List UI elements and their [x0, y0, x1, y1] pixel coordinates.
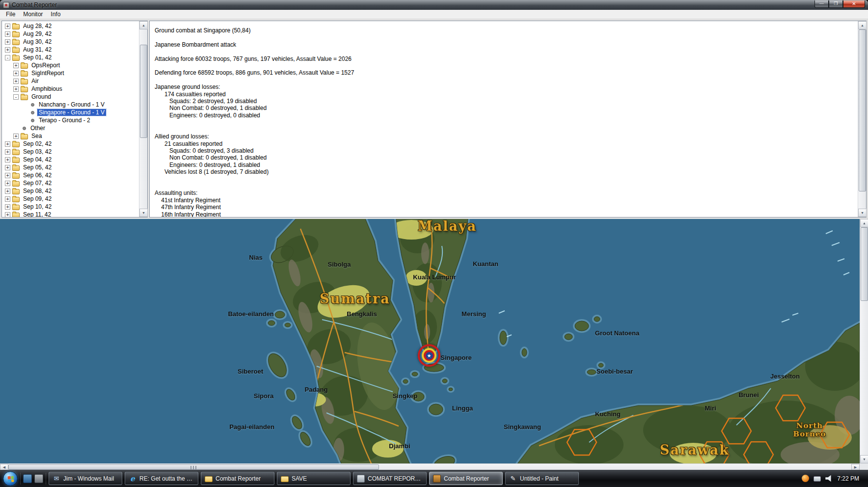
taskbar-button[interactable]: Combat Reporter: [201, 472, 274, 485]
expand-icon[interactable]: +: [5, 24, 10, 29]
map-pane[interactable]: MalayaSumatraSarawakNorthBorneoNiasSibol…: [0, 219, 868, 470]
expand-icon[interactable]: +: [5, 39, 10, 45]
expand-icon[interactable]: +: [5, 189, 10, 194]
scroll-up-icon[interactable]: ▲: [860, 219, 868, 227]
tree-item-label[interactable]: Sep 09, 42: [22, 195, 53, 202]
tree-item-label[interactable]: Singapore - Ground - 1 V: [37, 109, 106, 116]
expand-icon[interactable]: +: [5, 173, 10, 178]
tree-item[interactable]: +Sep 04, 42: [2, 156, 139, 163]
tree-item[interactable]: +Aug 31, 42: [2, 46, 139, 54]
expand-icon[interactable]: +: [13, 79, 19, 84]
tree-item[interactable]: -Sep 01, 42: [2, 54, 139, 61]
report-scrollbar[interactable]: ▲ ▼: [858, 21, 866, 217]
tree-item-label[interactable]: Sep 01, 42: [22, 54, 53, 61]
expand-icon[interactable]: +: [5, 149, 10, 155]
quick-launch-icon[interactable]: [23, 474, 32, 483]
scrollbar-thumb[interactable]: [859, 29, 866, 191]
tree-item-label[interactable]: Sep 07, 42: [22, 180, 53, 187]
scrollbar-thumb[interactable]: [140, 45, 147, 138]
tree-item-label[interactable]: Aug 30, 42: [22, 38, 53, 45]
tree-item-label[interactable]: Sep 11, 42: [22, 211, 53, 217]
tree-item-label[interactable]: Other: [29, 125, 47, 132]
tree-item[interactable]: Terapo - Ground - 2: [2, 116, 139, 124]
tree-item-label[interactable]: Air: [30, 78, 40, 84]
menu-item-monitor[interactable]: Monitor: [19, 10, 47, 18]
tree-item-label[interactable]: Sep 03, 42: [22, 148, 53, 155]
map-vertical-scrollbar[interactable]: ▲ ▼: [860, 219, 868, 463]
taskbar-button[interactable]: Untitled - Paint: [505, 472, 579, 485]
tree-item-label[interactable]: Sep 05, 42: [22, 164, 53, 171]
taskbar-button[interactable]: COMBAT REPORTE...: [353, 472, 427, 485]
tree-item-label[interactable]: Aug 28, 42: [22, 23, 53, 29]
tree-item[interactable]: +Sep 10, 42: [2, 203, 139, 211]
tree-item-label[interactable]: SigIntReport: [30, 70, 66, 77]
tree-item-label[interactable]: Sep 02, 42: [22, 140, 53, 147]
tree-item[interactable]: +Sep 11, 42: [2, 211, 139, 217]
close-button[interactable]: ✕: [843, 0, 865, 8]
tree-item[interactable]: +OpsReport: [2, 61, 139, 69]
tree-item-label[interactable]: OpsReport: [30, 62, 61, 69]
scroll-left-icon[interactable]: ◀: [0, 464, 8, 470]
clock[interactable]: 7:22 PM: [837, 475, 859, 482]
tree-item[interactable]: +Aug 29, 42: [2, 30, 139, 38]
scroll-down-icon[interactable]: ▼: [139, 209, 148, 217]
expand-icon[interactable]: +: [5, 181, 10, 186]
expand-icon[interactable]: +: [5, 212, 10, 217]
menu-item-file[interactable]: File: [2, 10, 19, 18]
map-horizontal-scrollbar[interactable]: ◀ ▶: [0, 463, 860, 470]
tree-item[interactable]: +Sep 07, 42: [2, 179, 139, 187]
tree-item[interactable]: +Sep 08, 42: [2, 187, 139, 195]
scroll-right-icon[interactable]: ▶: [851, 464, 860, 470]
tree-item-label[interactable]: Aug 29, 42: [22, 30, 53, 37]
expand-icon[interactable]: +: [5, 47, 10, 53]
tree-item[interactable]: Nanchang - Ground - 1 V: [2, 101, 139, 108]
tree-item-label[interactable]: Sep 08, 42: [22, 188, 53, 194]
collapse-icon[interactable]: -: [13, 94, 19, 100]
scrollbar-thumb[interactable]: [8, 464, 379, 470]
quick-launch-icon[interactable]: [34, 474, 43, 483]
taskbar-button[interactable]: SAVE: [277, 472, 351, 485]
tree-item[interactable]: Other: [2, 124, 139, 132]
tree-item[interactable]: +Sep 06, 42: [2, 171, 139, 179]
maximize-button[interactable]: ❐: [829, 0, 843, 8]
collapse-icon[interactable]: -: [5, 55, 10, 60]
scroll-down-icon[interactable]: ▼: [860, 455, 868, 463]
taskbar-button[interactable]: RE: Get outta the wa...: [125, 472, 198, 485]
expand-icon[interactable]: +: [5, 204, 10, 210]
tree-item[interactable]: +Sep 05, 42: [2, 163, 139, 171]
tree-item[interactable]: -Ground: [2, 93, 139, 101]
tree-item-label[interactable]: Terapo - Ground - 2: [37, 117, 92, 124]
tree-item-label[interactable]: Aug 31, 42: [22, 46, 53, 53]
scroll-up-icon[interactable]: ▲: [139, 21, 148, 29]
start-button[interactable]: [3, 471, 18, 486]
tree-item[interactable]: Singapore - Ground - 1 V: [2, 108, 139, 116]
taskbar-button[interactable]: Jim - Windows Mail: [49, 472, 122, 485]
expand-icon[interactable]: +: [5, 157, 10, 162]
tree-item[interactable]: +Sep 02, 42: [2, 140, 139, 148]
expand-icon[interactable]: +: [5, 165, 10, 170]
taskbar-button[interactable]: Combat Reporter: [429, 472, 503, 485]
tree-item-label[interactable]: Sep 06, 42: [22, 172, 53, 179]
tree-item-label[interactable]: Nanchang - Ground - 1 V: [37, 101, 106, 108]
tree-item[interactable]: +Amphibious: [2, 85, 139, 93]
tree-item[interactable]: +SigIntReport: [2, 69, 139, 77]
tree-item[interactable]: +Aug 30, 42: [2, 38, 139, 46]
tree-view[interactable]: +Aug 28, 42+Aug 29, 42+Aug 30, 42+Aug 31…: [2, 21, 139, 217]
tree-scrollbar[interactable]: ▲ ▼: [139, 21, 147, 217]
expand-icon[interactable]: +: [13, 86, 19, 92]
menu-item-info[interactable]: Info: [47, 10, 64, 18]
expand-icon[interactable]: +: [5, 31, 10, 37]
expand-icon[interactable]: +: [13, 63, 19, 68]
expand-icon[interactable]: +: [5, 196, 10, 202]
expand-icon[interactable]: +: [13, 71, 19, 76]
minimize-button[interactable]: —: [814, 0, 829, 8]
scroll-up-icon[interactable]: ▲: [858, 21, 867, 29]
tree-item-label[interactable]: Sep 04, 42: [22, 156, 53, 163]
expand-icon[interactable]: +: [13, 134, 19, 139]
tray-gadget-icon[interactable]: [802, 475, 809, 482]
tree-item[interactable]: +Aug 28, 42: [2, 22, 139, 30]
tree-item-label[interactable]: Ground: [30, 93, 53, 100]
tree-item-label[interactable]: Amphibious: [30, 85, 64, 92]
volume-icon[interactable]: [825, 475, 833, 482]
tree-item-label[interactable]: Sep 10, 42: [22, 203, 53, 210]
